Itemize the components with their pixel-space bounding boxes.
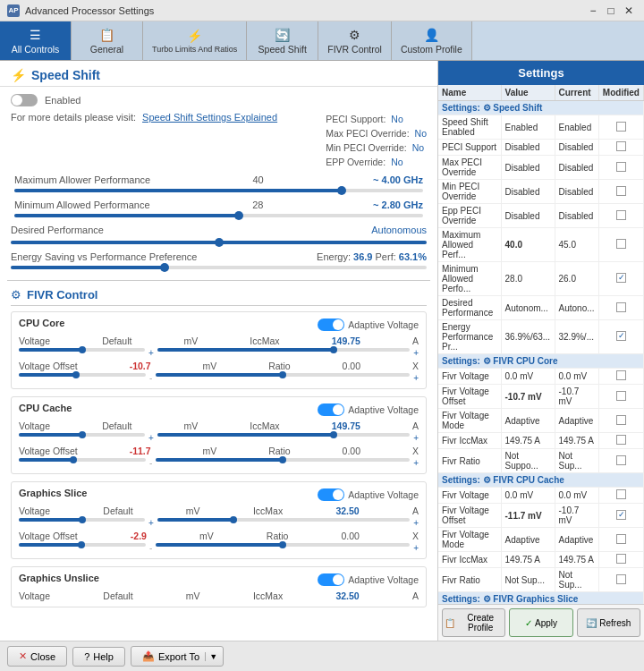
gfx-volt-thumb[interactable] <box>79 516 86 523</box>
fivr-cpu-cache-toggle[interactable] <box>318 403 344 416</box>
row-modified[interactable] <box>598 488 643 504</box>
cache-offset-thumb[interactable] <box>70 456 77 463</box>
modified-checkbox[interactable] <box>616 391 626 401</box>
modified-checkbox[interactable] <box>616 370 626 380</box>
row-modified[interactable] <box>598 568 643 592</box>
row-modified[interactable] <box>598 433 643 449</box>
row-modified[interactable] <box>598 320 643 354</box>
export-button[interactable]: 📤 Export To ▼ <box>131 646 224 667</box>
tab-fivr[interactable]: ⚙ FIVR Control <box>318 21 392 60</box>
row-modified[interactable] <box>598 409 643 433</box>
fivr-gfx-icc-slider[interactable] <box>157 518 410 522</box>
close-button[interactable]: ✕ <box>621 3 637 19</box>
fivr-offset-thumb[interactable] <box>72 371 80 378</box>
modified-checkbox[interactable] <box>616 273 626 283</box>
enabled-toggle[interactable] <box>11 94 38 106</box>
tab-general[interactable]: 📋 General <box>72 21 143 60</box>
row-modified[interactable] <box>598 385 643 409</box>
fivr-cpu-core-icc-slider[interactable] <box>157 348 410 352</box>
tab-all-controls[interactable]: ☰ All Controls <box>0 21 72 60</box>
row-modified[interactable] <box>598 115 643 140</box>
max-allowed-slider-track[interactable] <box>14 189 423 192</box>
help-button[interactable]: ? Help <box>72 647 125 667</box>
row-modified[interactable] <box>598 449 643 473</box>
apply-button[interactable]: ✓ Apply <box>509 608 572 637</box>
export-arrow-icon: ▼ <box>205 652 217 661</box>
fivr-gfx-volt-slider[interactable] <box>19 518 145 522</box>
peci-grid: PECI Support: No Max PECI Override: No M… <box>326 112 427 169</box>
fivr-cache-ratio-slider[interactable] <box>156 458 410 462</box>
row-modified[interactable] <box>598 140 643 156</box>
modified-checkbox[interactable] <box>616 554 626 564</box>
energy-slider-track[interactable] <box>11 266 427 269</box>
modified-checkbox[interactable] <box>616 574 626 584</box>
fivr-cache-icc-slider[interactable] <box>157 433 410 437</box>
modified-checkbox[interactable] <box>616 210 626 220</box>
fivr-cache-offset-row: Voltage Offset -11.7 mV Ratio 0.00 X <box>19 446 419 456</box>
row-modified[interactable] <box>598 504 643 528</box>
fivr-cache-offset-slider[interactable] <box>19 458 146 462</box>
desired-perf-slider[interactable] <box>11 241 427 244</box>
modified-checkbox[interactable] <box>616 455 626 465</box>
row-modified[interactable] <box>598 156 643 180</box>
fivr-offset-slider[interactable] <box>19 373 146 377</box>
gfx-ratio-thumb[interactable] <box>279 541 286 548</box>
row-modified[interactable] <box>598 180 643 204</box>
row-modified[interactable] <box>598 204 643 228</box>
row-modified[interactable] <box>598 296 643 320</box>
modified-checkbox[interactable] <box>616 239 626 249</box>
modified-checkbox[interactable] <box>616 510 626 520</box>
min-allowed-slider-thumb[interactable] <box>234 211 243 220</box>
fivr-cache-volt-slider[interactable] <box>19 433 145 437</box>
fivr-ratio-slider[interactable] <box>156 373 410 377</box>
create-profile-button[interactable]: 📋 Create Profile <box>442 608 505 637</box>
fivr-gfx-ratio-slider[interactable] <box>156 543 410 547</box>
max-allowed-slider-thumb[interactable] <box>337 186 346 195</box>
fivr-gfx-unslice-toggle[interactable] <box>318 573 344 586</box>
row-modified[interactable] <box>598 552 643 568</box>
modified-checkbox[interactable] <box>616 186 626 196</box>
fivr-cpu-core-icc-thumb[interactable] <box>330 346 337 353</box>
row-modified[interactable] <box>598 228 643 262</box>
energy-label: Energy: <box>317 251 353 262</box>
modified-checkbox[interactable] <box>616 302 626 312</box>
cache-icc-thumb[interactable] <box>330 431 337 438</box>
app-icon: AP <box>7 4 20 17</box>
modified-checkbox[interactable] <box>616 534 626 544</box>
fivr-gfx-slice-toggle[interactable] <box>318 488 344 501</box>
tab-speed-shift[interactable]: 🔄 Speed Shift <box>247 21 318 60</box>
row-modified[interactable] <box>598 262 643 296</box>
close-button-main[interactable]: ✕ Close <box>7 646 67 667</box>
gfx-default-label: Default <box>103 505 132 516</box>
right-panel-footer: 📋 Create Profile ✓ Apply 🔄 Refresh <box>438 604 644 641</box>
desired-perf-thumb[interactable] <box>215 238 224 247</box>
cache-ratio-thumb[interactable] <box>279 456 286 463</box>
row-modified[interactable] <box>598 528 643 552</box>
modified-checkbox[interactable] <box>616 331 626 341</box>
modified-checkbox[interactable] <box>616 141 626 151</box>
tab-custom-profile[interactable]: 👤 Custom Profile <box>392 21 472 60</box>
min-allowed-slider-track[interactable] <box>14 214 423 217</box>
modified-checkbox[interactable] <box>616 489 626 499</box>
modified-checkbox[interactable] <box>616 435 626 445</box>
fivr-cpu-core-volt-thumb[interactable] <box>79 346 86 353</box>
refresh-button[interactable]: 🔄 Refresh <box>577 608 640 637</box>
gfx-offset-thumb[interactable] <box>78 541 85 548</box>
modified-checkbox[interactable] <box>616 162 626 172</box>
tab-turbo[interactable]: ⚡ Turbo Limits And Ratios <box>143 21 247 60</box>
modified-checkbox[interactable] <box>616 122 626 132</box>
fivr-cpu-core-toggle[interactable] <box>318 319 344 331</box>
modified-checkbox[interactable] <box>616 415 626 425</box>
fivr-gfx-offset-slider[interactable] <box>19 543 146 547</box>
minimize-button[interactable]: − <box>585 3 601 19</box>
fivr-cpu-core-title: CPU Core <box>19 318 64 328</box>
gfx-icc-thumb[interactable] <box>230 516 237 523</box>
cache-volt-thumb[interactable] <box>79 431 86 438</box>
speed-shift-link[interactable]: Speed Shift Settings Explained <box>142 112 277 123</box>
fivr-cpu-core-volt-slider[interactable] <box>19 348 145 352</box>
row-modified[interactable] <box>598 369 643 385</box>
maximize-button[interactable]: □ <box>603 3 619 19</box>
fivr-ratio-thumb[interactable] <box>279 371 286 378</box>
energy-slider-thumb[interactable] <box>160 263 169 272</box>
fivr-header: ⚙ FIVR Control <box>11 285 427 306</box>
